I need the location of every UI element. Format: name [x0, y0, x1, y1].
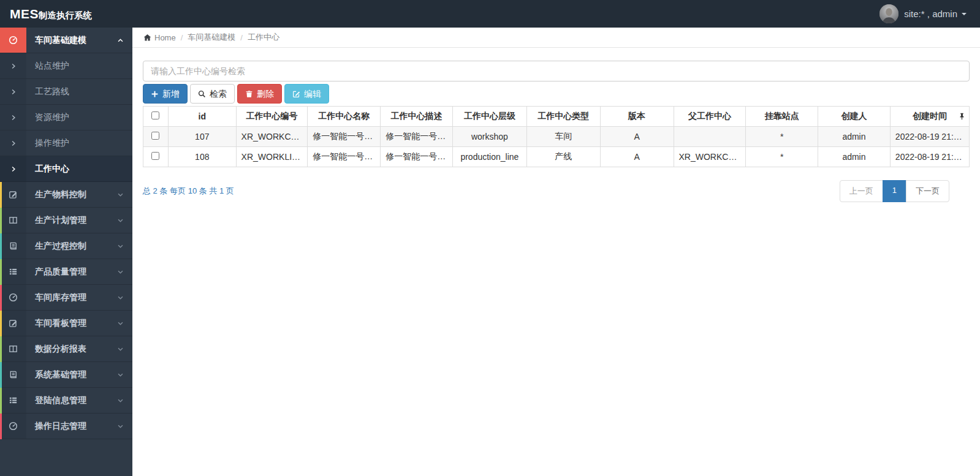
sidebar: 车间基础建模 站点维护 工艺路线 资源维护 操作维护 工作中心 生产物料控制: [0, 28, 132, 476]
accent-strip: [0, 285, 2, 311]
app-logo: MES 制造执行系统: [0, 7, 92, 21]
pin-icon[interactable]: [959, 113, 965, 121]
row-checkbox[interactable]: [151, 152, 159, 160]
table-row[interactable]: 107 XR_WORKCEN... 修一智能一号车间 修一智能一号车间 work…: [143, 127, 970, 147]
edit-button[interactable]: 编辑: [284, 84, 329, 104]
breadcrumb: Home / 车间基础建模 / 工作中心: [132, 28, 980, 48]
sidebar-item-workshop-kanban-management[interactable]: 车间看板管理: [0, 311, 132, 336]
sidebar-item-site-maintenance[interactable]: 站点维护: [0, 53, 132, 79]
accent-strip: [0, 388, 2, 414]
chevron-down-icon: [117, 268, 124, 275]
col-header-version: 版本: [600, 107, 674, 127]
sidebar-item-product-quality-management[interactable]: 产品质量管理: [0, 259, 132, 285]
cell-created-time: 2022-08-19 21:1...: [890, 147, 969, 167]
sidebar-item-label: 站点维护: [26, 53, 132, 78]
sidebar-item-operation-maintenance[interactable]: 操作维护: [0, 130, 132, 156]
breadcrumb-separator: /: [181, 33, 183, 42]
chevron-right-icon: [0, 53, 26, 78]
sidebar-item-process-route[interactable]: 工艺路线: [0, 79, 132, 105]
cell-name: 修一智能一号车间: [308, 127, 381, 147]
accent-strip: [0, 362, 2, 388]
caret-down-icon: [962, 13, 967, 15]
delete-button[interactable]: 删除: [237, 84, 282, 104]
accent-strip: [0, 233, 2, 259]
col-header-desc: 工作中心描述: [381, 107, 453, 127]
search-input[interactable]: [143, 61, 970, 81]
sidebar-item-system-base-management[interactable]: 系统基础管理: [0, 362, 132, 388]
sidebar-item-work-center[interactable]: 工作中心: [0, 156, 132, 182]
chevron-right-icon: [0, 130, 26, 156]
user-menu[interactable]: site:* , admin: [879, 4, 980, 23]
chevron-right-icon: [0, 105, 26, 130]
cell-desc: 修一智能一号车间: [381, 127, 453, 147]
sidebar-item-production-process-control[interactable]: 生产过程控制: [0, 233, 132, 259]
main-content: Home / 车间基础建模 / 工作中心 新增 检索 删除 编辑: [132, 28, 980, 476]
cell-version: A: [600, 127, 674, 147]
work-center-table: id 工作中心编号 工作中心名称 工作中心描述 工作中心层级 工作中心类型 版本…: [143, 106, 970, 167]
sidebar-item-production-material-control[interactable]: 生产物料控制: [0, 182, 132, 208]
row-checkbox[interactable]: [151, 132, 159, 140]
avatar: [879, 4, 898, 23]
chevron-down-icon: [117, 243, 124, 249]
col-header-creator: 创建人: [818, 107, 891, 127]
add-button[interactable]: 新增: [143, 84, 188, 104]
chevron-down-icon: [117, 371, 124, 378]
chevron-right-icon: [0, 79, 26, 104]
brand-mes: MES: [10, 7, 39, 21]
accent-strip: [0, 414, 2, 439]
table-row[interactable]: 108 XR_WORKLINE... 修一智能一号S... 修一智能一号S...…: [143, 147, 970, 167]
trash-icon: [245, 90, 253, 98]
dashboard-icon: [0, 28, 26, 53]
select-all-checkbox[interactable]: [151, 111, 159, 119]
pencil-square-icon: [0, 182, 26, 207]
list-icon: [0, 259, 26, 284]
chevron-down-icon: [117, 346, 124, 352]
sidebar-item-operation-log-management[interactable]: 操作日志管理: [0, 414, 132, 439]
cell-level: production_line: [452, 147, 526, 167]
accent-strip: [0, 182, 2, 208]
cell-station: *: [746, 147, 818, 167]
col-header-level: 工作中心层级: [452, 107, 526, 127]
sidebar-item-production-plan-management[interactable]: 生产计划管理: [0, 208, 132, 233]
cell-id: 107: [168, 127, 236, 147]
pagination-summary: 总 2 条 每页 10 条 共 1 页: [143, 186, 234, 197]
search-icon: [198, 90, 206, 98]
chevron-down-icon: [117, 191, 124, 198]
dashboard-icon: [0, 414, 26, 439]
col-header-type: 工作中心类型: [526, 107, 600, 127]
cell-type: 产线: [526, 147, 600, 167]
sidebar-item-workshop-base-modeling[interactable]: 车间基础建模: [0, 28, 132, 53]
breadcrumb-home[interactable]: Home: [154, 33, 176, 42]
col-header-name: 工作中心名称: [308, 107, 381, 127]
sidebar-item-label: 工艺路线: [26, 79, 132, 104]
cell-name: 修一智能一号S...: [308, 147, 381, 167]
cell-code: XR_WORKCEN...: [236, 127, 308, 147]
next-page-button[interactable]: 下一页: [906, 180, 949, 202]
cell-station: *: [746, 127, 818, 147]
current-page-button[interactable]: 1: [883, 180, 906, 202]
select-all-cell: [143, 107, 169, 127]
avatar-image: [879, 4, 898, 23]
content-panel: 新增 检索 删除 编辑: [132, 48, 980, 202]
sidebar-item-label: 工作中心: [26, 156, 132, 181]
sidebar-item-login-info-management[interactable]: 登陆信息管理: [0, 388, 132, 414]
sidebar-item-resource-maintenance[interactable]: 资源维护: [0, 105, 132, 130]
cell-id: 108: [168, 147, 236, 167]
prev-page-button[interactable]: 上一页: [840, 180, 883, 202]
sidebar-item-workshop-inventory-management[interactable]: 车间库存管理: [0, 285, 132, 311]
cell-desc: 修一智能一号S...: [381, 147, 453, 167]
breadcrumb-workshop-base-modeling[interactable]: 车间基础建模: [188, 32, 235, 43]
col-header-created-time: 创建时间: [890, 107, 969, 127]
table-header-row: id 工作中心编号 工作中心名称 工作中心描述 工作中心层级 工作中心类型 版本…: [143, 107, 970, 127]
search-button[interactable]: 检索: [190, 84, 235, 104]
sidebar-item-label: 操作维护: [26, 130, 132, 156]
cell-level: workshop: [452, 127, 526, 147]
book-icon: [0, 362, 26, 387]
sidebar-item-data-analysis-report[interactable]: 数据分析报表: [0, 336, 132, 362]
chevron-right-icon: [0, 156, 26, 181]
chevron-up-icon: [117, 37, 124, 43]
top-navbar: MES 制造执行系统 site:* , admin: [0, 0, 980, 28]
col-header-parent: 父工作中心: [674, 107, 746, 127]
col-header-station: 挂靠站点: [746, 107, 818, 127]
book-icon: [0, 233, 26, 259]
